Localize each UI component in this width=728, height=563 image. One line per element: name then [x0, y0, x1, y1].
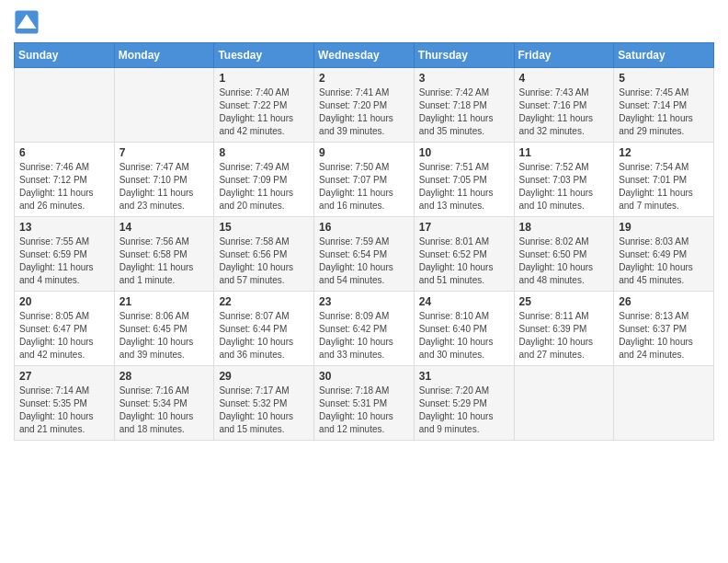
calendar-cell: 20Sunrise: 8:05 AM Sunset: 6:47 PM Dayli… — [15, 292, 115, 366]
day-info: Sunrise: 7:54 AM Sunset: 7:01 PM Dayligh… — [619, 161, 709, 213]
calendar-cell: 24Sunrise: 8:10 AM Sunset: 6:40 PM Dayli… — [414, 292, 514, 366]
calendar-header-row: SundayMondayTuesdayWednesdayThursdayFrid… — [15, 43, 714, 68]
day-number: 4 — [519, 72, 609, 85]
calendar-cell: 16Sunrise: 7:59 AM Sunset: 6:54 PM Dayli… — [314, 217, 415, 292]
calendar-week-row: 1Sunrise: 7:40 AM Sunset: 7:22 PM Daylig… — [15, 68, 714, 143]
day-number: 29 — [219, 370, 309, 383]
calendar-week-row: 27Sunrise: 7:14 AM Sunset: 5:35 PM Dayli… — [15, 366, 714, 441]
day-info: Sunrise: 7:49 AM Sunset: 7:09 PM Dayligh… — [219, 161, 309, 213]
day-number: 27 — [19, 370, 109, 383]
calendar-cell: 19Sunrise: 8:03 AM Sunset: 6:49 PM Dayli… — [614, 217, 714, 292]
day-number: 12 — [619, 146, 709, 159]
day-info: Sunrise: 7:14 AM Sunset: 5:35 PM Dayligh… — [19, 385, 109, 436]
calendar-cell: 10Sunrise: 7:51 AM Sunset: 7:05 PM Dayli… — [414, 143, 514, 217]
day-number: 7 — [119, 146, 210, 159]
day-info: Sunrise: 7:47 AM Sunset: 7:10 PM Dayligh… — [119, 161, 210, 213]
day-info: Sunrise: 7:50 AM Sunset: 7:07 PM Dayligh… — [319, 161, 409, 213]
day-number: 13 — [19, 221, 109, 234]
day-header-saturday: Saturday — [614, 43, 714, 68]
day-number: 8 — [219, 146, 309, 159]
calendar-cell — [614, 366, 714, 441]
day-number: 25 — [519, 295, 609, 308]
day-number: 2 — [319, 72, 409, 85]
calendar-cell: 31Sunrise: 7:20 AM Sunset: 5:29 PM Dayli… — [414, 366, 514, 441]
day-header-wednesday: Wednesday — [314, 43, 415, 68]
calendar-cell: 14Sunrise: 7:56 AM Sunset: 6:58 PM Dayli… — [114, 217, 214, 292]
day-number: 22 — [219, 295, 309, 308]
logo-icon — [14, 9, 40, 35]
day-info: Sunrise: 7:59 AM Sunset: 6:54 PM Dayligh… — [319, 236, 409, 287]
calendar-cell: 15Sunrise: 7:58 AM Sunset: 6:56 PM Dayli… — [214, 217, 314, 292]
day-number: 11 — [519, 146, 609, 159]
day-number: 30 — [319, 370, 409, 383]
day-number: 16 — [319, 221, 409, 234]
calendar-cell: 23Sunrise: 8:09 AM Sunset: 6:42 PM Dayli… — [314, 292, 415, 366]
calendar-cell: 11Sunrise: 7:52 AM Sunset: 7:03 PM Dayli… — [514, 143, 614, 217]
day-info: Sunrise: 8:11 AM Sunset: 6:39 PM Dayligh… — [519, 310, 609, 362]
day-number: 23 — [319, 295, 409, 308]
day-info: Sunrise: 7:40 AM Sunset: 7:22 PM Dayligh… — [219, 86, 309, 138]
day-header-tuesday: Tuesday — [214, 43, 314, 68]
day-info: Sunrise: 7:51 AM Sunset: 7:05 PM Dayligh… — [419, 161, 509, 213]
day-info: Sunrise: 7:58 AM Sunset: 6:56 PM Dayligh… — [219, 236, 309, 287]
logo — [14, 9, 43, 35]
calendar-cell: 22Sunrise: 8:07 AM Sunset: 6:44 PM Dayli… — [214, 292, 314, 366]
calendar-cell: 4Sunrise: 7:43 AM Sunset: 7:16 PM Daylig… — [514, 68, 614, 143]
calendar-cell: 13Sunrise: 7:55 AM Sunset: 6:59 PM Dayli… — [15, 217, 115, 292]
day-info: Sunrise: 7:43 AM Sunset: 7:16 PM Dayligh… — [519, 86, 609, 138]
day-info: Sunrise: 8:03 AM Sunset: 6:49 PM Dayligh… — [619, 236, 709, 287]
calendar-cell: 26Sunrise: 8:13 AM Sunset: 6:37 PM Dayli… — [614, 292, 714, 366]
page-container: SundayMondayTuesdayWednesdayThursdayFrid… — [0, 0, 728, 454]
calendar-cell — [514, 366, 614, 441]
calendar-week-row: 13Sunrise: 7:55 AM Sunset: 6:59 PM Dayli… — [15, 217, 714, 292]
calendar-table: SundayMondayTuesdayWednesdayThursdayFrid… — [14, 42, 714, 441]
day-info: Sunrise: 7:56 AM Sunset: 6:58 PM Dayligh… — [119, 236, 210, 287]
calendar-cell: 28Sunrise: 7:16 AM Sunset: 5:34 PM Dayli… — [114, 366, 214, 441]
day-number: 1 — [219, 72, 309, 85]
calendar-cell: 5Sunrise: 7:45 AM Sunset: 7:14 PM Daylig… — [614, 68, 714, 143]
calendar-cell: 7Sunrise: 7:47 AM Sunset: 7:10 PM Daylig… — [114, 143, 214, 217]
day-info: Sunrise: 7:46 AM Sunset: 7:12 PM Dayligh… — [19, 161, 109, 213]
day-info: Sunrise: 8:02 AM Sunset: 6:50 PM Dayligh… — [519, 236, 609, 287]
calendar-cell: 17Sunrise: 8:01 AM Sunset: 6:52 PM Dayli… — [414, 217, 514, 292]
calendar-cell: 1Sunrise: 7:40 AM Sunset: 7:22 PM Daylig… — [214, 68, 314, 143]
day-number: 20 — [19, 295, 109, 308]
day-info: Sunrise: 8:10 AM Sunset: 6:40 PM Dayligh… — [419, 310, 509, 362]
day-info: Sunrise: 8:09 AM Sunset: 6:42 PM Dayligh… — [319, 310, 409, 362]
day-number: 17 — [419, 221, 509, 234]
day-info: Sunrise: 7:42 AM Sunset: 7:18 PM Dayligh… — [419, 86, 509, 138]
day-number: 28 — [119, 370, 210, 383]
day-header-sunday: Sunday — [15, 43, 115, 68]
calendar-cell: 8Sunrise: 7:49 AM Sunset: 7:09 PM Daylig… — [214, 143, 314, 217]
day-header-thursday: Thursday — [414, 43, 514, 68]
day-info: Sunrise: 7:45 AM Sunset: 7:14 PM Dayligh… — [619, 86, 709, 138]
day-info: Sunrise: 7:18 AM Sunset: 5:31 PM Dayligh… — [319, 385, 409, 436]
day-info: Sunrise: 8:13 AM Sunset: 6:37 PM Dayligh… — [619, 310, 709, 362]
calendar-cell — [114, 68, 214, 143]
calendar-cell: 25Sunrise: 8:11 AM Sunset: 6:39 PM Dayli… — [514, 292, 614, 366]
calendar-cell: 29Sunrise: 7:17 AM Sunset: 5:32 PM Dayli… — [214, 366, 314, 441]
day-header-monday: Monday — [114, 43, 214, 68]
day-info: Sunrise: 8:06 AM Sunset: 6:45 PM Dayligh… — [119, 310, 210, 362]
calendar-cell: 27Sunrise: 7:14 AM Sunset: 5:35 PM Dayli… — [15, 366, 115, 441]
day-number: 26 — [619, 295, 709, 308]
header — [14, 9, 714, 35]
day-number: 21 — [119, 295, 210, 308]
day-number: 6 — [19, 146, 109, 159]
calendar-week-row: 20Sunrise: 8:05 AM Sunset: 6:47 PM Dayli… — [15, 292, 714, 366]
day-number: 3 — [419, 72, 509, 85]
day-number: 14 — [119, 221, 210, 234]
day-info: Sunrise: 8:07 AM Sunset: 6:44 PM Dayligh… — [219, 310, 309, 362]
day-number: 19 — [619, 221, 709, 234]
calendar-cell: 21Sunrise: 8:06 AM Sunset: 6:45 PM Dayli… — [114, 292, 214, 366]
day-info: Sunrise: 7:20 AM Sunset: 5:29 PM Dayligh… — [419, 385, 509, 436]
day-info: Sunrise: 7:41 AM Sunset: 7:20 PM Dayligh… — [319, 86, 409, 138]
calendar-cell: 3Sunrise: 7:42 AM Sunset: 7:18 PM Daylig… — [414, 68, 514, 143]
day-info: Sunrise: 7:17 AM Sunset: 5:32 PM Dayligh… — [219, 385, 309, 436]
calendar-cell: 2Sunrise: 7:41 AM Sunset: 7:20 PM Daylig… — [314, 68, 415, 143]
day-number: 31 — [419, 370, 509, 383]
day-number: 10 — [419, 146, 509, 159]
day-header-friday: Friday — [514, 43, 614, 68]
calendar-cell: 18Sunrise: 8:02 AM Sunset: 6:50 PM Dayli… — [514, 217, 614, 292]
calendar-cell: 30Sunrise: 7:18 AM Sunset: 5:31 PM Dayli… — [314, 366, 415, 441]
